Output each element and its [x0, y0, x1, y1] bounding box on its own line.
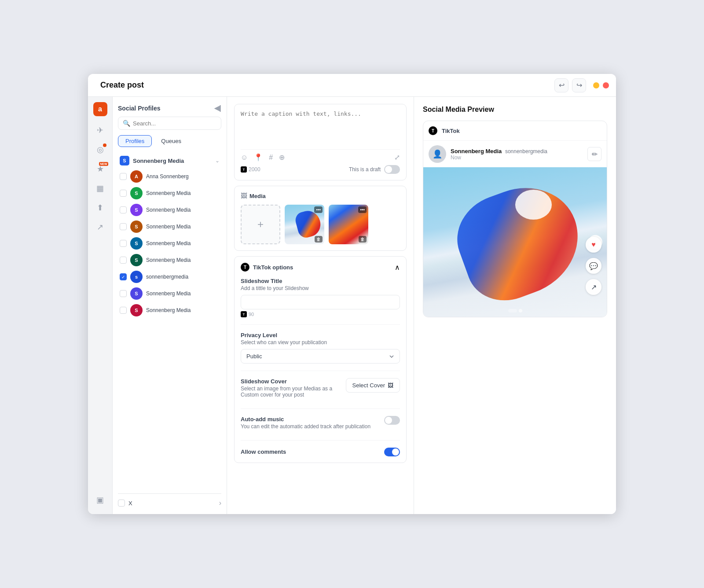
minimize-button[interactable] [593, 82, 599, 88]
music-info: Auto-add music You can edit the automati… [241, 416, 384, 433]
profile-checkbox-6[interactable] [120, 273, 127, 280]
nav-icon-reports[interactable]: ↗ [92, 218, 109, 236]
tab-queues[interactable]: Queues [154, 135, 189, 147]
profile-group-sonnenberg: S Sonnenberg Media ⌄ A Anna Sonnenberg S… [118, 153, 221, 319]
profile-checkbox-2[interactable] [120, 206, 127, 213]
profile-checkbox-1[interactable] [120, 190, 127, 197]
profile-item-7[interactable]: S Sonnenberg Media [118, 285, 221, 302]
group-icon: S [120, 156, 129, 165]
music-toggle[interactable] [384, 416, 400, 425]
preview-handle: sonnenbergmedia [505, 148, 547, 154]
comment-button[interactable]: 💬 [586, 258, 601, 274]
preview-user-info: Sonnenberg Media sonnenbergmedia Now [451, 148, 587, 161]
close-button[interactable] [603, 82, 609, 88]
image-select-icon: 🖼 [388, 382, 393, 389]
profile-item-5[interactable]: S Sonnenberg Media [118, 252, 221, 268]
title-bar-actions: ↩ ↪ [554, 78, 586, 92]
profile-checkbox-3[interactable] [120, 223, 127, 230]
media-thumb-1: ••• 🗑 [285, 205, 324, 244]
profile-name-8: Sonnenberg Media [146, 307, 191, 313]
avatar-6: s [130, 271, 143, 283]
select-cover-label: Select Cover [352, 382, 385, 389]
draft-toggle-area: This is a draft [349, 165, 400, 174]
privacy-sublabel: Select who can view your publication [241, 339, 400, 345]
profile-name-4: Sonnenberg Media [146, 240, 191, 246]
preview-edit-button[interactable]: ✏ [587, 147, 601, 161]
profile-checkbox-0[interactable] [120, 173, 127, 180]
profile-checkbox-5[interactable] [120, 257, 127, 264]
tiktok-options-body: Slideshow Title Add a tittle to your Sli… [235, 278, 406, 463]
preview-timestamp: Now [451, 154, 587, 161]
share-button[interactable]: ↗ [586, 279, 601, 295]
select-cover-button[interactable]: Select Cover 🖼 [346, 378, 400, 393]
search-box[interactable]: 🔍 [118, 117, 221, 130]
avatar-4: S [130, 237, 143, 250]
nav-icon-calendar[interactable]: ▦ [92, 180, 109, 197]
nav-icon-analytics[interactable]: ◎ [92, 141, 109, 158]
app-logo: a [93, 102, 107, 116]
tiktok-char-icon: T [241, 166, 247, 173]
media-thumb-1-top: ••• [314, 206, 323, 213]
emoji-icon[interactable]: ☺ [241, 154, 248, 162]
group-name: Sonnenberg Media [133, 158, 212, 164]
profile-item-6[interactable]: s sonnenbergmedia [118, 268, 221, 285]
media-options-1[interactable]: ••• [314, 206, 323, 213]
profile-checkbox-8[interactable] [120, 307, 127, 314]
profile-item-0[interactable]: A Anna Sonnenberg [118, 168, 221, 185]
avatar-5: S [130, 254, 143, 266]
media-delete-2[interactable]: 🗑 [359, 236, 367, 243]
preview-dots [508, 309, 522, 312]
nav-icon-more[interactable]: ▣ [92, 491, 109, 509]
preview-dot-1 [508, 309, 517, 312]
sidebar-bottom: X › [118, 493, 221, 507]
collapse-sidebar-button[interactable]: ◀| [214, 104, 221, 112]
caption-textarea[interactable] [241, 110, 400, 146]
nav-icon-new[interactable]: ★ [92, 160, 109, 178]
privacy-select[interactable]: Public Friends Private [241, 349, 400, 364]
profile-name-0: Anna Sonnenberg [146, 173, 189, 180]
slideshow-tiktok-icon: T [241, 311, 247, 317]
cover-sublabel: Select an image from your Medias as a Cu… [241, 386, 346, 398]
post-editor: ☺ 📍 # ⊕ ⤢ T 2000 This is a dr [227, 97, 414, 514]
draft-toggle[interactable] [384, 165, 400, 174]
profile-item-3[interactable]: S Sonnenberg Media [118, 218, 221, 235]
tab-profiles[interactable]: Profiles [118, 135, 152, 147]
nav-icon-campaigns[interactable]: ⬆ [92, 199, 109, 217]
undo-button[interactable]: ↩ [554, 78, 568, 92]
redo-button[interactable]: ↪ [572, 78, 586, 92]
profile-item-1[interactable]: S Sonnenberg Media [118, 185, 221, 202]
preview-card: T TikTok 👤 Sonnenberg Media sonnenbergme… [423, 121, 607, 317]
sidebar-expand-icon[interactable]: › [219, 499, 221, 507]
nav-icon-posts[interactable]: ✈ [92, 121, 109, 139]
profile-item-4[interactable]: S Sonnenberg Media [118, 235, 221, 252]
profile-group-header[interactable]: S Sonnenberg Media ⌄ [118, 153, 221, 168]
window-controls [593, 82, 609, 88]
auto-add-music-block: Auto-add music You can edit the automati… [241, 416, 400, 441]
expand-icon[interactable]: ⤢ [394, 153, 400, 162]
like-button[interactable]: ♥ [586, 237, 601, 253]
music-sublabel: You can edit the automatic added track a… [241, 423, 384, 430]
tiktok-options-header[interactable]: T TikTok options ∧ [235, 257, 406, 278]
main-content: ☺ 📍 # ⊕ ⤢ T 2000 This is a dr [227, 97, 616, 514]
profile-item-8[interactable]: S Sonnenberg Media [118, 302, 221, 319]
chevron-down-icon: ⌄ [215, 158, 220, 164]
comments-toggle[interactable] [384, 448, 400, 456]
sidebar-bottom-checkbox[interactable] [118, 500, 125, 507]
caption-toolbar: ☺ 📍 # ⊕ ⤢ [241, 149, 400, 162]
media-add-button[interactable]: + [241, 205, 280, 244]
slideshow-title-input[interactable] [241, 295, 400, 309]
preview-platform-name: TikTok [442, 128, 460, 134]
profile-checkbox-7[interactable] [120, 290, 127, 297]
search-icon: 🔍 [123, 120, 130, 127]
mention-icon[interactable]: ⊕ [279, 153, 285, 162]
window-title: Create post [100, 81, 554, 90]
search-input[interactable] [133, 120, 216, 127]
location-icon[interactable]: 📍 [254, 153, 263, 162]
media-delete-1[interactable]: 🗑 [315, 236, 323, 243]
avatar-8: S [130, 304, 143, 316]
profile-checkbox-4[interactable] [120, 240, 127, 247]
caption-icons: ☺ 📍 # ⊕ [241, 153, 285, 162]
hashtag-icon[interactable]: # [269, 154, 273, 162]
media-options-2[interactable]: ••• [358, 206, 367, 213]
profile-item-2[interactable]: S Sonnenberg Media [118, 202, 221, 218]
